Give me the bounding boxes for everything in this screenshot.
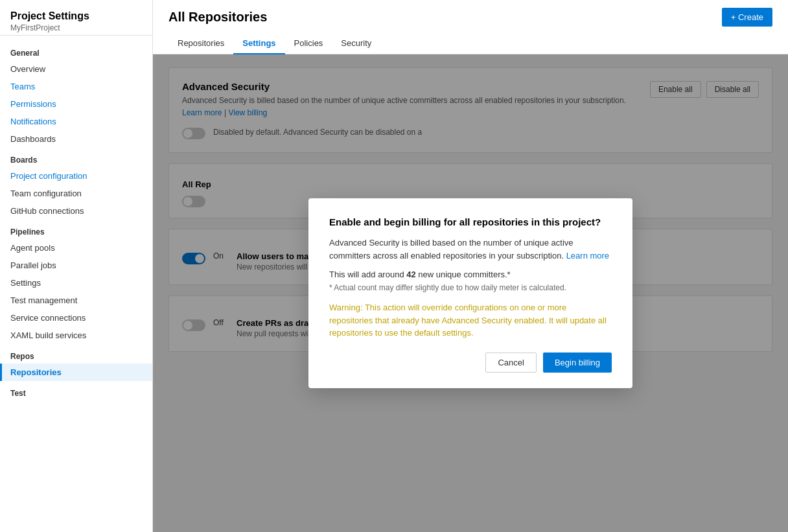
tab-bar: Repositories Settings Policies Security [168,33,772,54]
begin-billing-button[interactable]: Begin billing [543,353,612,373]
sidebar-item-project-configuration[interactable]: Project configuration [0,167,152,185]
project-subtitle: MyFirstProject [10,23,142,32]
sidebar-item-github-connections[interactable]: GitHub connections [0,202,152,220]
tab-policies[interactable]: Policies [285,33,332,54]
page-title: All Repositories [168,10,267,25]
main-header: All Repositories + Create Repositories S… [153,0,788,54]
sidebar-section-boards: Boards [0,148,152,167]
dialog-title: Enable and begin billing for all reposit… [329,216,612,227]
main-content: All Repositories + Create Repositories S… [153,0,788,532]
sidebar-item-test-management[interactable]: Test management [0,292,152,309]
sidebar-item-agent-pools[interactable]: Agent pools [0,239,152,257]
main-body: Advanced Security Advanced Security is b… [153,54,788,532]
sidebar-item-service-connections[interactable]: Service connections [0,309,152,327]
dialog-overlay: Enable and begin billing for all reposit… [153,54,788,532]
sidebar-item-overview[interactable]: Overview [0,60,152,78]
dialog-warning: Warning: This action will override confi… [329,301,612,340]
sidebar-section-pipelines: Pipelines [0,220,152,239]
sidebar-item-permissions[interactable]: Permissions [0,95,152,113]
dialog-learn-more-link[interactable]: Learn more [566,251,609,260]
sidebar-item-settings[interactable]: Settings [0,274,152,292]
sidebar-section-test: Test [0,381,152,400]
tab-security[interactable]: Security [332,33,380,54]
sidebar: Project Settings MyFirstProject General … [0,0,153,532]
dialog-committers: This will add around 42 new unique commi… [329,270,612,279]
sidebar-item-dashboards[interactable]: Dashboards [0,130,152,148]
tab-repositories[interactable]: Repositories [168,33,233,54]
project-title: Project Settings [10,10,142,22]
cancel-button[interactable]: Cancel [485,353,536,373]
sidebar-item-xaml-build[interactable]: XAML build services [0,327,152,344]
sidebar-item-notifications[interactable]: Notifications [0,113,152,130]
sidebar-item-teams[interactable]: Teams [0,78,152,95]
dialog-actions: Cancel Begin billing [329,353,612,373]
sidebar-item-team-configuration[interactable]: Team configuration [0,185,152,202]
create-button[interactable]: + Create [722,8,772,27]
tab-settings[interactable]: Settings [233,33,284,54]
sidebar-item-repositories[interactable]: Repositories [0,364,152,381]
dialog-body-text: Advanced Security is billed based on the… [329,237,612,262]
sidebar-header: Project Settings MyFirstProject [0,0,152,36]
sidebar-section-general: General [0,41,152,60]
sidebar-item-parallel-jobs[interactable]: Parallel jobs [0,257,152,274]
dialog-note: * Actual count may differ slightly due t… [329,283,612,292]
sidebar-nav: General Overview Teams Permissions Notif… [0,36,152,406]
billing-dialog: Enable and begin billing for all reposit… [308,198,632,388]
sidebar-section-repos: Repos [0,344,152,364]
